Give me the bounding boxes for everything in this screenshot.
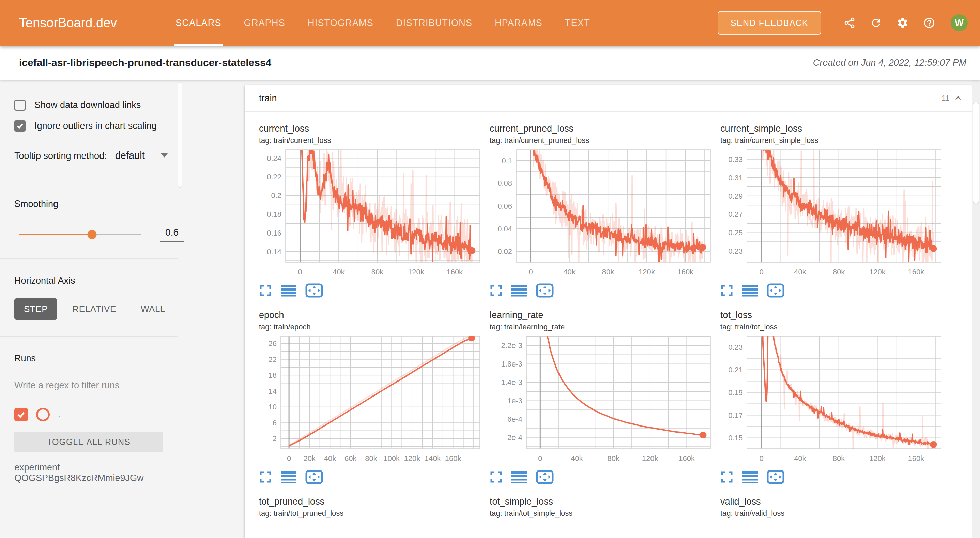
- chart-plot-tot_loss[interactable]: 040k80k120k160k0.230.210.190.170.15: [720, 334, 943, 468]
- svg-text:0.04: 0.04: [498, 225, 512, 233]
- app-logo[interactable]: TensorBoard.dev: [19, 16, 117, 30]
- fit-domain-icon: [305, 470, 323, 484]
- check-icon: [16, 122, 24, 130]
- chart-tag: tag: train/current_loss: [259, 136, 482, 145]
- runs-label: Runs: [14, 353, 184, 364]
- chart-toolbar: [259, 469, 482, 485]
- svg-text:40k: 40k: [332, 268, 345, 276]
- runs-list-button[interactable]: [742, 284, 758, 297]
- fit-domain-button[interactable]: [305, 283, 323, 298]
- chart-toolbar: [490, 283, 713, 299]
- share-button[interactable]: [843, 17, 856, 29]
- train-section-header[interactable]: train 11: [245, 85, 972, 111]
- collapse-section-button[interactable]: [953, 93, 963, 103]
- tooltip-sorting-value: default: [115, 150, 145, 161]
- sidebar-divider: [0, 336, 178, 337]
- chart-plot-learning_rate[interactable]: 040k80k120k160k2.2e-31.8e-31.4e-31e-36e-…: [490, 334, 713, 468]
- chart-title: valid_loss: [720, 496, 943, 507]
- horizontal-axis-buttons: STEPRELATIVEWALL: [14, 299, 184, 320]
- run-row: .: [14, 408, 184, 421]
- chart-plot-current_simple_loss[interactable]: 040k80k120k160k0.330.310.290.270.250.23: [720, 148, 943, 281]
- experiment-title-bar: icefall-asr-librispeech-pruned-transduce…: [0, 46, 980, 80]
- page-scrollbar-thumb[interactable]: [973, 102, 979, 204]
- ignore-outliers-row[interactable]: Ignore outliers in chart scaling: [14, 120, 184, 132]
- chart-tag: tag: train/learning_rate: [490, 322, 713, 331]
- fit-domain-button[interactable]: [305, 470, 323, 484]
- axis-option-relative[interactable]: RELATIVE: [63, 299, 126, 320]
- runs-list-button[interactable]: [281, 471, 296, 484]
- tab-scalars[interactable]: SCALARS: [174, 0, 223, 46]
- fit-domain-button[interactable]: [536, 283, 554, 298]
- chart-title: tot_loss: [720, 310, 943, 321]
- runs-list-button[interactable]: [511, 284, 527, 297]
- chart-title: epoch: [259, 310, 482, 321]
- chart-card-learning_rate: learning_ratetag: train/learning_rate040…: [490, 310, 713, 485]
- run-color-indicator[interactable]: [36, 408, 50, 421]
- chart-plot-current_pruned_loss[interactable]: 040k80k120k160k0.10.080.060.040.02: [490, 148, 713, 281]
- runs-list-button[interactable]: [281, 284, 296, 297]
- ignore-outliers-checkbox[interactable]: [14, 120, 25, 132]
- chart-plot-current_loss[interactable]: 040k80k120k160k0.240.220.20.180.160.14: [259, 148, 482, 281]
- fit-domain-button[interactable]: [536, 470, 554, 484]
- expand-chart-button[interactable]: [490, 471, 503, 484]
- smoothing-value[interactable]: 0.6: [160, 227, 184, 242]
- svg-text:14: 14: [269, 387, 277, 396]
- sidebar-scrollbar[interactable]: [178, 82, 182, 187]
- run-checkbox[interactable]: [14, 408, 28, 421]
- axis-option-wall[interactable]: WALL: [131, 299, 175, 320]
- expand-icon: [259, 471, 272, 484]
- tab-hparams[interactable]: HPARAMS: [493, 0, 544, 46]
- svg-text:80k: 80k: [607, 454, 619, 463]
- chart-card-current_pruned_loss: current_pruned_losstag: train/current_pr…: [490, 123, 713, 299]
- expand-chart-button[interactable]: [720, 471, 733, 484]
- chart-title: tot_simple_loss: [490, 496, 713, 507]
- final-point-marker: [700, 432, 707, 439]
- send-feedback-button[interactable]: SEND FEEDBACK: [718, 11, 821, 35]
- svg-text:0.19: 0.19: [728, 388, 743, 397]
- show-download-links-row[interactable]: Show data download links: [14, 99, 184, 111]
- axis-option-step[interactable]: STEP: [14, 299, 57, 320]
- expand-icon: [720, 471, 733, 484]
- runs-list-button[interactable]: [742, 471, 758, 484]
- svg-text:160k: 160k: [445, 454, 462, 463]
- expand-icon: [490, 284, 503, 297]
- chart-card-tot_simple_loss: tot_simple_losstag: train/tot_simple_los…: [490, 496, 713, 518]
- ignore-outliers-label: Ignore outliers in chart scaling: [34, 121, 157, 131]
- charts-grid: current_losstag: train/current_loss040k8…: [245, 112, 972, 518]
- chart-tag: tag: train/tot_simple_loss: [490, 509, 713, 518]
- fit-domain-button[interactable]: [767, 470, 784, 484]
- tooltip-sorting-dropdown[interactable]: default: [114, 150, 168, 165]
- runs-regex-input[interactable]: [14, 379, 163, 396]
- expand-chart-button[interactable]: [259, 471, 272, 484]
- toggle-all-runs-button[interactable]: TOGGLE ALL RUNS: [14, 432, 163, 452]
- smoothed-series: [547, 334, 703, 435]
- svg-text:0.02: 0.02: [498, 247, 512, 256]
- tab-text[interactable]: TEXT: [563, 0, 592, 46]
- final-point-marker: [930, 245, 937, 252]
- tab-histograms[interactable]: HISTOGRAMS: [306, 0, 375, 46]
- refresh-button[interactable]: [870, 17, 882, 29]
- expand-chart-button[interactable]: [720, 284, 733, 297]
- expand-chart-button[interactable]: [490, 284, 503, 297]
- page-scrollbar[interactable]: [972, 80, 980, 538]
- smoothing-slider[interactable]: [19, 234, 141, 235]
- axis-tick-labels: 040k80k120k160k0.230.210.190.170.15: [728, 343, 924, 463]
- help-button[interactable]: [923, 17, 935, 29]
- app-header: TensorBoard.dev SCALARSGRAPHSHISTOGRAMSD…: [0, 0, 980, 46]
- svg-text:0.06: 0.06: [498, 202, 512, 210]
- slider-thumb[interactable]: [88, 230, 97, 239]
- settings-button[interactable]: [897, 17, 909, 29]
- axis-tick-labels: 040k80k120k160k2.2e-31.8e-31.4e-31e-36e-…: [501, 341, 695, 463]
- fit-domain-button[interactable]: [767, 283, 784, 298]
- expand-chart-button[interactable]: [259, 284, 272, 297]
- show-download-links-checkbox[interactable]: [14, 99, 25, 111]
- svg-text:0.29: 0.29: [728, 192, 743, 201]
- chart-plot-epoch[interactable]: 020k40k60k80k100k120k140k160k26221814106…: [259, 334, 482, 468]
- chevron-up-icon: [953, 93, 963, 103]
- chevron-down-icon: [161, 153, 168, 161]
- runs-list-button[interactable]: [511, 471, 527, 484]
- svg-text:160k: 160k: [677, 268, 694, 276]
- tab-graphs[interactable]: GRAPHS: [243, 0, 286, 46]
- tab-distributions[interactable]: DISTRIBUTIONS: [395, 0, 474, 46]
- user-avatar[interactable]: W: [951, 14, 968, 31]
